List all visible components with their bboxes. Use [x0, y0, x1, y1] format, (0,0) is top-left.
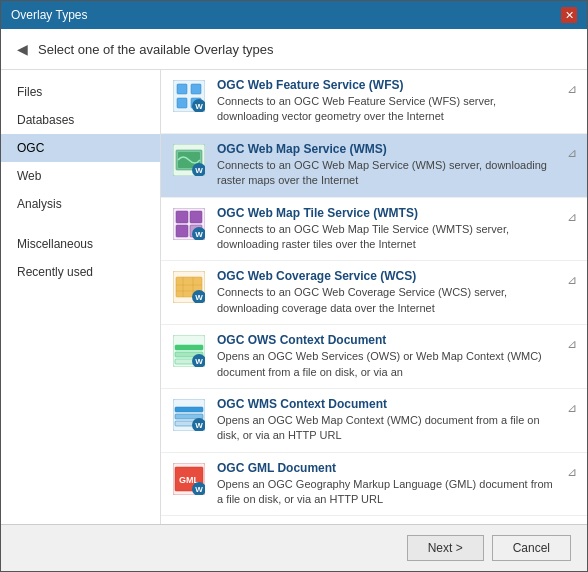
item-title-wmc: OGC WMS Context Document	[217, 397, 557, 411]
sidebar-item-ogc[interactable]: OGC	[1, 134, 160, 162]
item-text-wfs: OGC Web Feature Service (WFS)Connects to…	[217, 78, 557, 125]
overlay-item-ows[interactable]: W OGC OWS Context DocumentOpens an OGC W…	[161, 325, 587, 389]
sidebar-item-databases[interactable]: Databases	[1, 106, 160, 134]
pin-icon-wfs: ⊿	[567, 78, 577, 96]
overlay-item-wfs[interactable]: W OGC Web Feature Service (WFS)Connects …	[161, 70, 587, 134]
dialog: Overlay Types ✕ ◀ Select one of the avai…	[0, 0, 588, 572]
svg-text:W: W	[195, 102, 203, 111]
gml-icon: GML W	[171, 461, 207, 497]
svg-rect-15	[176, 225, 188, 237]
sidebar-item-web[interactable]: Web	[1, 162, 160, 190]
wfs-icon: W	[171, 78, 207, 114]
svg-text:W: W	[195, 357, 203, 366]
svg-rect-30	[175, 407, 203, 412]
sidebar-item-files[interactable]: Files	[1, 78, 160, 106]
cancel-button[interactable]: Cancel	[492, 535, 571, 561]
svg-rect-3	[177, 98, 187, 108]
svg-rect-13	[176, 211, 188, 223]
title-bar: Overlay Types ✕	[1, 1, 587, 29]
ows-icon: W	[171, 333, 207, 369]
overlay-item-wcs[interactable]: W OGC Web Coverage Service (WCS)Connects…	[161, 261, 587, 325]
svg-text:W: W	[195, 230, 203, 239]
item-text-wcs: OGC Web Coverage Service (WCS)Connects t…	[217, 269, 557, 316]
item-desc-wcs: Connects to an OGC Web Coverage Service …	[217, 285, 557, 316]
items-list: W OGC Web Feature Service (WFS)Connects …	[161, 70, 587, 524]
svg-rect-2	[191, 84, 201, 94]
overlay-item-wmc[interactable]: W OGC WMS Context DocumentOpens an OGC W…	[161, 389, 587, 453]
header: ◀ Select one of the available Overlay ty…	[1, 29, 587, 70]
content-area: FilesDatabasesOGCWebAnalysisMiscellaneou…	[1, 70, 587, 524]
sidebar-item-analysis[interactable]: Analysis	[1, 190, 160, 218]
sidebar-item-recently-used[interactable]: Recently used	[1, 258, 160, 286]
item-desc-wmts: Connects to an OGC Web Map Tile Service …	[217, 222, 557, 253]
sidebar: FilesDatabasesOGCWebAnalysisMiscellaneou…	[1, 70, 161, 524]
item-title-wcs: OGC Web Coverage Service (WCS)	[217, 269, 557, 283]
header-title: Select one of the available Overlay type…	[38, 42, 274, 57]
item-desc-wms: Connects to an OGC Web Map Service (WMS)…	[217, 158, 557, 189]
item-desc-gml: Opens an OGC Geography Markup Language (…	[217, 477, 557, 508]
wms-icon: W	[171, 142, 207, 178]
item-desc-wfs: Connects to an OGC Web Feature Service (…	[217, 94, 557, 125]
item-title-wmts: OGC Web Map Tile Service (WMTS)	[217, 206, 557, 220]
svg-text:W: W	[195, 485, 203, 494]
item-text-ows: OGC OWS Context DocumentOpens an OGC Web…	[217, 333, 557, 380]
back-button[interactable]: ◀	[17, 41, 28, 57]
item-text-wmts: OGC Web Map Tile Service (WMTS)Connects …	[217, 206, 557, 253]
overlay-item-gml[interactable]: GML W OGC GML DocumentOpens an OGC Geogr…	[161, 453, 587, 517]
svg-text:W: W	[195, 421, 203, 430]
item-title-wms: OGC Web Map Service (WMS)	[217, 142, 557, 156]
item-title-ows: OGC OWS Context Document	[217, 333, 557, 347]
pin-icon-wms: ⊿	[567, 142, 577, 160]
overlay-item-wms[interactable]: W OGC Web Map Service (WMS)Connects to a…	[161, 134, 587, 198]
main-area: W OGC Web Feature Service (WFS)Connects …	[161, 70, 587, 524]
pin-icon-wcs: ⊿	[567, 269, 577, 287]
pin-icon-wmc: ⊿	[567, 397, 577, 415]
wmc-icon: W	[171, 397, 207, 433]
item-desc-ows: Opens an OGC Web Services (OWS) or Web M…	[217, 349, 557, 380]
item-text-gml: OGC GML DocumentOpens an OGC Geography M…	[217, 461, 557, 508]
svg-text:W: W	[195, 293, 203, 302]
item-text-wms: OGC Web Map Service (WMS)Connects to an …	[217, 142, 557, 189]
svg-text:W: W	[195, 166, 203, 175]
sidebar-item-miscellaneous[interactable]: Miscellaneous	[1, 230, 160, 258]
pin-icon-ows: ⊿	[567, 333, 577, 351]
pin-icon-gml: ⊿	[567, 461, 577, 479]
item-text-wmc: OGC WMS Context DocumentOpens an OGC Web…	[217, 397, 557, 444]
item-desc-wmc: Opens an OGC Web Map Context (WMC) docum…	[217, 413, 557, 444]
svg-rect-24	[175, 345, 203, 350]
overlay-item-wmts[interactable]: W OGC Web Map Tile Service (WMTS)Connect…	[161, 198, 587, 262]
svg-rect-1	[177, 84, 187, 94]
wcs-icon: W	[171, 269, 207, 305]
dialog-title: Overlay Types	[11, 8, 87, 22]
next-button[interactable]: Next >	[407, 535, 484, 561]
close-button[interactable]: ✕	[561, 7, 577, 23]
wmts-icon: W	[171, 206, 207, 242]
footer: Next > Cancel	[1, 524, 587, 571]
item-title-wfs: OGC Web Feature Service (WFS)	[217, 78, 557, 92]
pin-icon-wmts: ⊿	[567, 206, 577, 224]
svg-rect-14	[190, 211, 202, 223]
item-title-gml: OGC GML Document	[217, 461, 557, 475]
